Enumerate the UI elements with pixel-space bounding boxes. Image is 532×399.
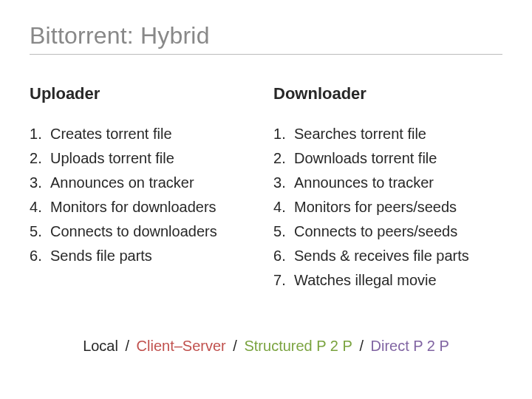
- slide: Bittorrent: Hybrid Uploader Creates torr…: [0, 0, 532, 399]
- footer-part-direct-p2p: Direct P 2 P: [371, 338, 449, 354]
- downloader-heading: Downloader: [273, 84, 502, 103]
- list-item: Connects to peers/seeds: [273, 222, 502, 242]
- downloader-column: Downloader Searches torrent file Downloa…: [273, 84, 502, 295]
- footer-part-client-server: Client–Server: [137, 338, 226, 354]
- list-item: Searches torrent file: [273, 124, 502, 144]
- downloader-list: Searches torrent file Downloads torrent …: [273, 124, 502, 290]
- list-item: Sends file parts: [30, 246, 259, 266]
- list-item: Watches illegal movie: [273, 270, 502, 290]
- list-item: Announces on tracker: [30, 173, 259, 193]
- uploader-heading: Uploader: [30, 84, 259, 103]
- list-item: Announces to tracker: [273, 173, 502, 193]
- footer-part-structured-p2p: Structured P 2 P: [244, 338, 352, 354]
- list-item: Downloads torrent file: [273, 149, 502, 168]
- list-item: Sends & receives file parts: [273, 246, 502, 266]
- footer-separator: /: [121, 338, 134, 354]
- list-item: Monitors for downloaders: [30, 197, 259, 217]
- list-item: Uploads torrent file: [30, 149, 259, 168]
- footer-part-local: Local: [83, 338, 118, 354]
- footer-classification: Local / Client–Server / Structured P 2 P…: [0, 338, 532, 355]
- columns: Uploader Creates torrent file Uploads to…: [30, 84, 502, 295]
- slide-title: Bittorrent: Hybrid: [30, 22, 502, 50]
- uploader-column: Uploader Creates torrent file Uploads to…: [30, 84, 259, 295]
- list-item: Creates torrent file: [30, 124, 259, 144]
- footer-separator: /: [355, 338, 368, 354]
- uploader-list: Creates torrent file Uploads torrent fil…: [30, 124, 259, 266]
- footer-separator: /: [229, 338, 242, 354]
- title-underline: [30, 54, 502, 55]
- list-item: Connects to downloaders: [30, 222, 259, 242]
- list-item: Monitors for peers/seeds: [273, 197, 502, 217]
